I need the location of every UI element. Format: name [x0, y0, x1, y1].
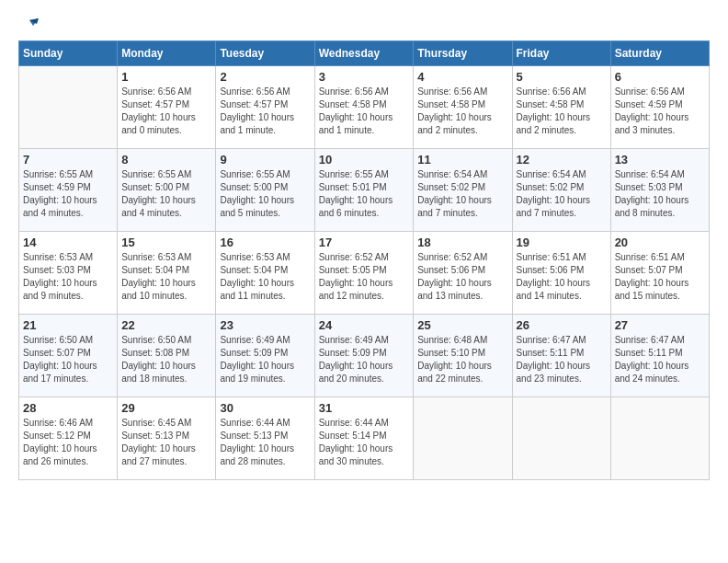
- day-number: 18: [417, 236, 507, 249]
- day-number: 30: [220, 401, 310, 415]
- day-cell: 28Sunrise: 6:46 AM Sunset: 5:12 PM Dayli…: [19, 397, 118, 480]
- header-cell-wednesday: Wednesday: [314, 41, 414, 66]
- calendar-table: SundayMondayTuesdayWednesdayThursdayFrid…: [18, 40, 710, 480]
- day-info: Sunrise: 6:52 AM Sunset: 5:05 PM Dayligh…: [319, 251, 410, 303]
- day-info: Sunrise: 6:56 AM Sunset: 4:59 PM Dayligh…: [615, 86, 705, 137]
- day-cell: 21Sunrise: 6:50 AM Sunset: 5:07 PM Dayli…: [19, 315, 118, 397]
- day-info: Sunrise: 6:56 AM Sunset: 4:57 PM Dayligh…: [220, 86, 310, 137]
- day-info: Sunrise: 6:48 AM Sunset: 5:10 PM Dayligh…: [417, 334, 507, 385]
- day-cell: [512, 397, 610, 480]
- day-number: 26: [517, 318, 607, 332]
- day-number: 10: [319, 153, 410, 167]
- day-info: Sunrise: 6:51 AM Sunset: 5:06 PM Dayligh…: [517, 251, 607, 303]
- header-cell-tuesday: Tuesday: [216, 41, 314, 66]
- day-cell: 31Sunrise: 6:44 AM Sunset: 5:14 PM Dayli…: [314, 397, 414, 480]
- day-info: Sunrise: 6:47 AM Sunset: 5:11 PM Dayligh…: [615, 334, 705, 385]
- day-number: 12: [517, 153, 607, 167]
- day-number: 23: [220, 318, 310, 332]
- day-cell: 23Sunrise: 6:49 AM Sunset: 5:09 PM Dayli…: [216, 315, 314, 397]
- day-info: Sunrise: 6:54 AM Sunset: 5:03 PM Dayligh…: [615, 168, 705, 220]
- day-number: 7: [23, 153, 113, 167]
- day-number: 4: [417, 70, 507, 84]
- day-number: 3: [319, 70, 410, 84]
- day-cell: 12Sunrise: 6:54 AM Sunset: 5:02 PM Dayli…: [512, 149, 610, 232]
- day-info: Sunrise: 6:56 AM Sunset: 4:57 PM Dayligh…: [121, 86, 211, 137]
- week-row-3: 14Sunrise: 6:53 AM Sunset: 5:03 PM Dayli…: [19, 232, 710, 315]
- day-info: Sunrise: 6:50 AM Sunset: 5:08 PM Dayligh…: [121, 334, 211, 385]
- day-cell: 29Sunrise: 6:45 AM Sunset: 5:13 PM Dayli…: [118, 397, 216, 480]
- header-row: SundayMondayTuesdayWednesdayThursdayFrid…: [19, 41, 710, 66]
- day-cell: 13Sunrise: 6:54 AM Sunset: 5:03 PM Dayli…: [610, 149, 709, 232]
- day-cell: 8Sunrise: 6:55 AM Sunset: 5:00 PM Daylig…: [118, 149, 216, 232]
- day-number: 6: [615, 70, 705, 84]
- day-info: Sunrise: 6:56 AM Sunset: 4:58 PM Dayligh…: [517, 86, 607, 137]
- day-info: Sunrise: 6:53 AM Sunset: 5:04 PM Dayligh…: [220, 251, 310, 303]
- day-info: Sunrise: 6:54 AM Sunset: 5:02 PM Dayligh…: [417, 168, 507, 220]
- week-row-4: 21Sunrise: 6:50 AM Sunset: 5:07 PM Dayli…: [19, 315, 710, 397]
- day-cell: 4Sunrise: 6:56 AM Sunset: 4:58 PM Daylig…: [414, 66, 512, 149]
- day-number: 21: [23, 318, 113, 332]
- day-number: 24: [319, 318, 410, 332]
- day-cell: 25Sunrise: 6:48 AM Sunset: 5:10 PM Dayli…: [414, 315, 512, 397]
- header-cell-friday: Friday: [512, 41, 610, 66]
- day-info: Sunrise: 6:44 AM Sunset: 5:13 PM Dayligh…: [220, 417, 310, 468]
- logo-bird-icon: [20, 18, 39, 33]
- day-number: 15: [121, 236, 211, 249]
- day-number: 5: [517, 70, 607, 84]
- day-info: Sunrise: 6:55 AM Sunset: 5:00 PM Dayligh…: [121, 168, 211, 220]
- day-cell: 15Sunrise: 6:53 AM Sunset: 5:04 PM Dayli…: [118, 232, 216, 315]
- week-row-5: 28Sunrise: 6:46 AM Sunset: 5:12 PM Dayli…: [19, 397, 710, 480]
- day-cell: 24Sunrise: 6:49 AM Sunset: 5:09 PM Dayli…: [314, 315, 414, 397]
- day-cell: 3Sunrise: 6:56 AM Sunset: 4:58 PM Daylig…: [314, 66, 414, 149]
- day-number: 19: [517, 236, 607, 249]
- day-number: 27: [615, 318, 705, 332]
- day-number: 14: [23, 236, 113, 249]
- day-cell: 11Sunrise: 6:54 AM Sunset: 5:02 PM Dayli…: [414, 149, 512, 232]
- day-cell: 10Sunrise: 6:55 AM Sunset: 5:01 PM Dayli…: [314, 149, 414, 232]
- day-info: Sunrise: 6:56 AM Sunset: 4:58 PM Dayligh…: [319, 86, 410, 137]
- day-info: Sunrise: 6:50 AM Sunset: 5:07 PM Dayligh…: [23, 334, 113, 385]
- day-cell: 1Sunrise: 6:56 AM Sunset: 4:57 PM Daylig…: [118, 66, 216, 149]
- day-number: 20: [615, 236, 705, 249]
- day-number: 29: [121, 401, 211, 415]
- day-info: Sunrise: 6:45 AM Sunset: 5:13 PM Dayligh…: [121, 417, 211, 468]
- day-info: Sunrise: 6:55 AM Sunset: 5:00 PM Dayligh…: [220, 168, 310, 220]
- day-number: 2: [220, 70, 310, 84]
- week-row-2: 7Sunrise: 6:55 AM Sunset: 4:59 PM Daylig…: [19, 149, 710, 232]
- day-cell: 16Sunrise: 6:53 AM Sunset: 5:04 PM Dayli…: [216, 232, 314, 315]
- day-info: Sunrise: 6:47 AM Sunset: 5:11 PM Dayligh…: [517, 334, 607, 385]
- day-info: Sunrise: 6:49 AM Sunset: 5:09 PM Dayligh…: [220, 334, 310, 385]
- day-number: 8: [121, 153, 211, 167]
- day-info: Sunrise: 6:55 AM Sunset: 5:01 PM Dayligh…: [319, 168, 410, 220]
- header-cell-saturday: Saturday: [610, 41, 709, 66]
- day-info: Sunrise: 6:49 AM Sunset: 5:09 PM Dayligh…: [319, 334, 410, 385]
- day-cell: [414, 397, 512, 480]
- day-info: Sunrise: 6:46 AM Sunset: 5:12 PM Dayligh…: [23, 417, 113, 468]
- day-cell: 17Sunrise: 6:52 AM Sunset: 5:05 PM Dayli…: [314, 232, 414, 315]
- day-number: 9: [220, 153, 310, 167]
- day-number: 17: [319, 236, 410, 249]
- day-cell: 27Sunrise: 6:47 AM Sunset: 5:11 PM Dayli…: [610, 315, 709, 397]
- day-cell: [19, 66, 118, 149]
- day-number: 25: [417, 318, 507, 332]
- calendar-body: 1Sunrise: 6:56 AM Sunset: 4:57 PM Daylig…: [19, 66, 710, 480]
- day-cell: [610, 397, 709, 480]
- day-info: Sunrise: 6:56 AM Sunset: 4:58 PM Dayligh…: [417, 86, 507, 137]
- day-info: Sunrise: 6:55 AM Sunset: 4:59 PM Dayligh…: [23, 168, 113, 220]
- day-cell: 14Sunrise: 6:53 AM Sunset: 5:03 PM Dayli…: [19, 232, 118, 315]
- day-cell: 18Sunrise: 6:52 AM Sunset: 5:06 PM Dayli…: [414, 232, 512, 315]
- day-cell: 6Sunrise: 6:56 AM Sunset: 4:59 PM Daylig…: [610, 66, 709, 149]
- day-number: 28: [23, 401, 113, 415]
- day-info: Sunrise: 6:44 AM Sunset: 5:14 PM Dayligh…: [319, 417, 410, 468]
- logo: [18, 18, 40, 31]
- day-info: Sunrise: 6:52 AM Sunset: 5:06 PM Dayligh…: [417, 251, 507, 303]
- calendar-header: SundayMondayTuesdayWednesdayThursdayFrid…: [19, 41, 710, 66]
- day-info: Sunrise: 6:53 AM Sunset: 5:03 PM Dayligh…: [23, 251, 113, 303]
- day-cell: 22Sunrise: 6:50 AM Sunset: 5:08 PM Dayli…: [118, 315, 216, 397]
- day-number: 31: [319, 401, 410, 415]
- header-cell-thursday: Thursday: [414, 41, 512, 66]
- day-cell: 7Sunrise: 6:55 AM Sunset: 4:59 PM Daylig…: [19, 149, 118, 232]
- day-cell: 20Sunrise: 6:51 AM Sunset: 5:07 PM Dayli…: [610, 232, 709, 315]
- day-cell: 5Sunrise: 6:56 AM Sunset: 4:58 PM Daylig…: [512, 66, 610, 149]
- day-number: 16: [220, 236, 310, 249]
